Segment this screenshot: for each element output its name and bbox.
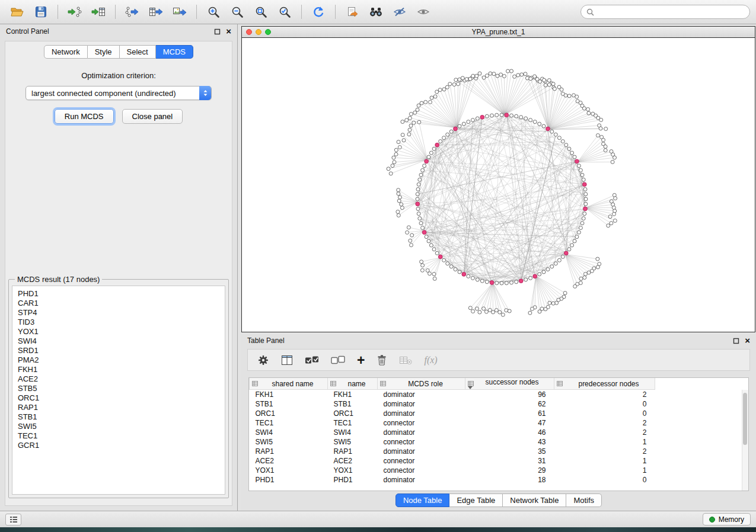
cell-predecessor-nodes[interactable]: 2 [554, 390, 655, 400]
table-row[interactable]: TEC1TEC1connector472 [250, 418, 655, 428]
show-columns-button[interactable] [281, 355, 293, 366]
import-network-button[interactable] [63, 2, 86, 21]
zoom-fit-button[interactable] [250, 2, 272, 21]
show-hide-button[interactable] [412, 2, 435, 21]
scrollbar-thumb[interactable] [743, 393, 747, 445]
cell-name[interactable]: SWI4 [328, 428, 378, 437]
zoom-selected-button[interactable] [273, 2, 296, 21]
cell-mcds-role[interactable]: dominator [378, 399, 465, 409]
cell-name[interactable]: FKH1 [328, 390, 378, 400]
window-maximize-button[interactable] [265, 29, 271, 35]
cell-shared-name[interactable]: SWI4 [250, 428, 328, 437]
mcds-result-item[interactable]: PHD1 [18, 289, 219, 299]
cell-successor-nodes[interactable]: 18 [465, 475, 554, 485]
mcds-result-item[interactable]: RAP1 [18, 403, 219, 412]
mcds-result-list[interactable]: PHD1CAR1STP4TID3YOX1SWI4SRD1PMA2FKH1ACE2… [12, 286, 225, 495]
cell-shared-name[interactable]: YOX1 [250, 466, 328, 475]
cell-name[interactable]: PHD1 [328, 475, 378, 485]
add-column-button[interactable]: + [357, 355, 365, 365]
mcds-result-item[interactable]: YOX1 [18, 327, 219, 336]
cell-shared-name[interactable]: FKH1 [250, 390, 328, 400]
cell-successor-nodes[interactable]: 96 [465, 390, 554, 400]
cell-successor-nodes[interactable]: 29 [465, 466, 554, 475]
ui-panels-menu-button[interactable] [5, 514, 21, 525]
cell-shared-name[interactable]: ORC1 [250, 409, 328, 418]
table-row[interactable]: ACE2ACE2connector311 [250, 456, 655, 466]
cell-name[interactable]: STB1 [328, 399, 378, 409]
table-tab-node-table[interactable]: Node Table [395, 493, 450, 507]
table-tab-network-table[interactable]: Network Table [503, 493, 566, 507]
delete-column-button[interactable] [377, 354, 387, 366]
open-file-button[interactable] [6, 2, 28, 21]
control-tab-network[interactable]: Network [44, 45, 88, 59]
control-tab-style[interactable]: Style [88, 45, 120, 59]
table-row[interactable]: STB1STB1dominator620 [250, 399, 655, 409]
cell-mcds-role[interactable]: connector [378, 418, 465, 428]
cell-predecessor-nodes[interactable]: 0 [554, 475, 655, 485]
column-header-mcds-role[interactable]: MCDS role [378, 378, 465, 390]
cell-shared-name[interactable]: ACE2 [250, 456, 328, 466]
mcds-result-item[interactable]: SRD1 [18, 346, 219, 355]
mcds-result-item[interactable]: STP4 [18, 308, 219, 318]
cell-mcds-role[interactable]: dominator [378, 390, 465, 400]
cell-name[interactable]: ORC1 [328, 409, 378, 418]
network-graph[interactable] [242, 38, 755, 332]
sort-caret-icon[interactable] [468, 386, 551, 389]
mcds-result-item[interactable]: PMA2 [18, 355, 219, 365]
cell-successor-nodes[interactable]: 47 [465, 418, 554, 428]
table-settings-button[interactable] [257, 354, 269, 366]
deselect-all-button[interactable] [331, 355, 345, 365]
apply-layout-button[interactable] [307, 2, 330, 21]
cell-name[interactable]: ACE2 [328, 456, 378, 466]
cell-mcds-role[interactable]: connector [378, 437, 465, 447]
table-row[interactable]: PHD1PHD1dominator180 [250, 475, 655, 485]
close-mcds-panel-button[interactable]: Close panel [122, 109, 183, 124]
cell-predecessor-nodes[interactable]: 1 [554, 437, 655, 447]
function-builder-button[interactable]: f(x) [424, 355, 437, 366]
cell-predecessor-nodes[interactable]: 1 [554, 466, 655, 475]
cell-mcds-role[interactable]: dominator [378, 409, 465, 418]
table-row[interactable]: SWI5SWI5connector431 [250, 437, 655, 447]
cell-mcds-role[interactable]: dominator [378, 447, 465, 456]
float-panel-button[interactable] [214, 28, 221, 35]
cell-predecessor-nodes[interactable]: 2 [554, 418, 655, 428]
search-input[interactable] [597, 7, 744, 17]
control-tab-mcds[interactable]: MCDS [156, 45, 193, 59]
close-table-panel-button[interactable]: × [745, 338, 750, 344]
cell-predecessor-nodes[interactable]: 2 [554, 447, 655, 456]
cell-successor-nodes[interactable]: 31 [465, 456, 554, 466]
cell-successor-nodes[interactable]: 62 [465, 399, 554, 409]
mcds-result-item[interactable]: FKH1 [18, 365, 219, 374]
table-row[interactable]: ORC1ORC1dominator610 [250, 409, 655, 418]
mcds-result-item[interactable]: TID3 [18, 318, 219, 327]
mcds-result-item[interactable]: STB1 [18, 412, 219, 422]
cell-name[interactable]: YOX1 [328, 466, 378, 475]
mcds-result-item[interactable]: GCR1 [18, 441, 219, 450]
zoom-in-button[interactable] [202, 2, 225, 21]
window-close-button[interactable] [246, 29, 252, 35]
cell-successor-nodes[interactable]: 35 [465, 447, 554, 456]
cell-shared-name[interactable]: STB1 [250, 399, 328, 409]
window-minimize-button[interactable] [256, 29, 261, 35]
column-header-successor-nodes[interactable]: successor nodes [465, 378, 554, 390]
delete-table-button[interactable] [399, 355, 412, 365]
table-row[interactable]: RAP1RAP1dominator352 [250, 447, 655, 456]
cell-mcds-role[interactable]: connector [378, 456, 465, 466]
cell-successor-nodes[interactable]: 46 [465, 428, 554, 437]
cell-successor-nodes[interactable]: 61 [465, 409, 554, 418]
table-row[interactable]: SWI4SWI4dominator462 [250, 428, 655, 437]
mcds-result-item[interactable]: ACE2 [18, 374, 219, 384]
cell-name[interactable]: RAP1 [328, 447, 378, 456]
cell-shared-name[interactable]: PHD1 [250, 475, 328, 485]
mcds-result-item[interactable]: CAR1 [18, 299, 219, 308]
cell-predecessor-nodes[interactable]: 2 [554, 428, 655, 437]
column-header-name[interactable]: name [328, 378, 378, 390]
run-mcds-button[interactable]: Run MCDS [55, 109, 114, 124]
style-bypass-button[interactable] [388, 2, 411, 21]
cell-name[interactable]: TEC1 [328, 418, 378, 428]
mcds-result-item[interactable]: TEC1 [18, 431, 219, 441]
cell-predecessor-nodes[interactable]: 0 [554, 399, 655, 409]
table-row[interactable]: FKH1FKH1dominator962 [250, 390, 655, 400]
network-window-titlebar[interactable]: YPA_prune.txt_1 [242, 27, 755, 38]
import-table-button[interactable] [87, 2, 110, 21]
